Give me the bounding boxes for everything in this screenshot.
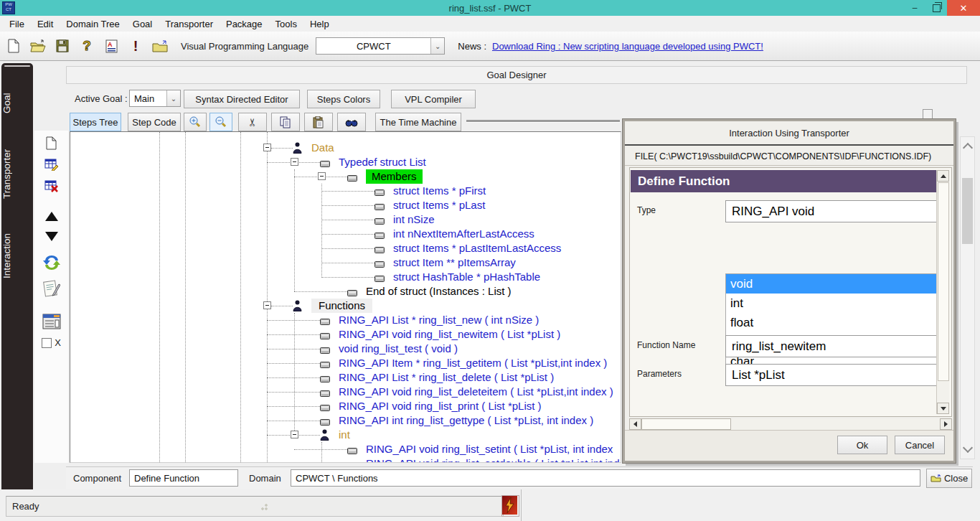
tree-node-label[interactable]: struct Items * pFirst [393, 184, 486, 198]
type-field[interactable] [725, 200, 939, 222]
menu-domain-tree[interactable]: Domain Tree [60, 17, 126, 31]
tree-node-label[interactable]: End of struct (Instances : List ) [366, 284, 512, 299]
tree-row[interactable]: void ring_list_test ( void ) [70, 342, 621, 356]
chevron-down-icon[interactable]: ⌄ [430, 38, 444, 54]
collapse-toggle[interactable] [291, 158, 298, 166]
tree-row[interactable]: struct Item ** pItemsArray [70, 255, 621, 270]
collapse-toggle[interactable] [263, 301, 271, 309]
menu-file[interactable]: File [3, 17, 31, 31]
news-link[interactable]: Download Ring : New scripting language d… [492, 41, 763, 52]
tree-node-label[interactable]: RING_API void ring_list_print ( List *pL… [339, 399, 542, 413]
tree-row[interactable]: Data [70, 141, 621, 155]
sidebar-item-transporter[interactable]: Transporter [1, 141, 33, 207]
quick-run-button[interactable] [501, 495, 519, 517]
tree-row[interactable]: struct Items * pLast [70, 198, 621, 212]
type-option-int[interactable]: int [726, 294, 938, 313]
new-file-button[interactable] [3, 37, 24, 55]
tree-node-label[interactable]: Functions [311, 299, 372, 313]
menu-goal[interactable]: Goal [126, 17, 159, 31]
tree-node-label[interactable]: Typedef struct List [339, 155, 426, 169]
tab-steps-tree[interactable]: Steps Tree [70, 113, 121, 131]
tree-node-label[interactable]: Members [366, 169, 423, 184]
tree-row[interactable]: RING_API Item * ring_list_getitem ( List… [70, 356, 621, 370]
tree-row[interactable]: int nNextItemAfterLastAccess [70, 227, 621, 241]
tree-node-label[interactable]: RING_API void ring_list_deleteitem ( Lis… [339, 385, 613, 399]
steps-tree-panel[interactable]: DataTypedef struct ListMembersstruct Ite… [70, 131, 621, 463]
report-button[interactable]: A [100, 37, 122, 55]
zoom-in-button[interactable] [184, 113, 207, 131]
chevron-down-icon[interactable] [963, 443, 973, 453]
open-file-button[interactable] [27, 37, 49, 55]
hscroll-thumb[interactable] [641, 418, 731, 430]
tree-row[interactable]: End of struct (Instances : List ) [70, 284, 621, 299]
vpl-select[interactable]: CPWCT ⌄ [316, 37, 445, 55]
collapse-toggle[interactable] [291, 431, 298, 438]
tree-node-label[interactable]: Data [311, 141, 334, 155]
time-machine-button[interactable]: The Time Machine [375, 113, 461, 131]
tree-row[interactable]: RING_API void ring_list_print ( List *pL… [70, 399, 621, 413]
collapse-toggle[interactable] [318, 172, 326, 180]
type-listbox[interactable]: voidintfloatdoublechar [725, 273, 939, 373]
tree-node-label[interactable]: RING_API void ring_list_setdouble ( List… [366, 456, 621, 463]
designer-vertical-scrollbar[interactable] [960, 136, 975, 459]
tree-node-label[interactable]: void ring_list_test ( void ) [339, 342, 458, 356]
tree-node-label[interactable]: int [339, 428, 350, 442]
sidebar-item-interaction[interactable]: Interaction [1, 224, 33, 287]
save-button[interactable] [52, 37, 73, 55]
tree-row[interactable]: RING_API void ring_list_deleteitem ( Lis… [70, 385, 621, 399]
tree-row[interactable]: RING_API void ring_list_newitem ( List *… [70, 327, 621, 342]
function-name-field[interactable] [725, 335, 939, 357]
tree-row[interactable]: RING_API void ring_list_setdouble ( List… [70, 456, 621, 463]
tree-row[interactable]: int nSize [70, 212, 621, 227]
minimize-button[interactable]: – [904, 0, 925, 16]
tree-node-label[interactable]: int nSize [393, 212, 435, 227]
close-panel-button[interactable]: Close [926, 469, 972, 488]
tree-node-label[interactable]: RING_API void ring_list_newitem ( List *… [339, 327, 560, 342]
tree-node-label[interactable]: struct Items * pLast [393, 198, 485, 212]
steps-colors-button[interactable]: Steps Colors [307, 90, 380, 108]
delete-step-button[interactable] [34, 179, 68, 192]
tree-slider[interactable] [466, 120, 620, 123]
dialog-horizontal-scrollbar[interactable] [629, 418, 952, 431]
vpl-compiler-button[interactable]: VPL Compiler [391, 90, 476, 108]
scroll-left-button[interactable] [629, 418, 641, 430]
menu-package[interactable]: Package [220, 17, 269, 31]
tree-node-label[interactable]: RING_API void ring_list_setint ( List *p… [366, 442, 613, 456]
tree-row[interactable]: RING_API int ring_list_gettype ( List *p… [70, 413, 621, 428]
tree-row[interactable]: struct Items * pLastItemLastAccess [70, 241, 621, 255]
tree-row[interactable]: Typedef struct List [70, 155, 621, 169]
collapse-toggle[interactable] [263, 144, 271, 151]
move-up-button[interactable] [34, 212, 68, 221]
menu-tools[interactable]: Tools [269, 17, 303, 31]
tree-row[interactable]: RING_API List * ring_list_new ( int nSiz… [70, 313, 621, 327]
exit-folder-button[interactable] [149, 37, 171, 55]
menu-transporter[interactable]: Transporter [159, 17, 220, 31]
cancel-button[interactable]: Cancel [895, 436, 945, 454]
menu-help[interactable]: Help [303, 17, 336, 31]
dialog-vertical-scrollbar[interactable] [936, 170, 949, 414]
move-down-button[interactable] [34, 232, 68, 241]
component-field[interactable] [129, 469, 238, 487]
tree-row[interactable]: RING_API void ring_list_setint ( List *p… [70, 442, 621, 456]
tree-node-label[interactable]: RING_API Item * ring_list_getitem ( List… [339, 356, 607, 370]
close-x-checkbox[interactable]: X [34, 337, 68, 348]
syntax-directed-editor-button[interactable]: Syntax Directed Editor [184, 90, 300, 108]
scroll-down-button[interactable] [937, 403, 949, 414]
restore-button[interactable] [925, 0, 947, 16]
tree-node-label[interactable]: RING_API List * ring_list_delete ( List … [339, 370, 554, 385]
sidebar-item-goal[interactable]: Goal [1, 80, 33, 126]
tree-row[interactable]: struct Items * pFirst [70, 184, 621, 198]
tree-node-label[interactable]: RING_API int ring_list_gettype ( List *p… [339, 413, 593, 428]
chevron-up-icon[interactable] [963, 143, 973, 153]
tree-row[interactable]: RING_API List * ring_list_delete ( List … [70, 370, 621, 385]
edit-step-button[interactable] [34, 158, 68, 171]
scroll-thumb[interactable] [938, 182, 949, 381]
tree-node-label[interactable]: struct HashTable * pHashTable [393, 270, 540, 284]
copy-button[interactable] [271, 113, 300, 131]
tree-node-label[interactable]: struct Items * pLastItemLastAccess [393, 241, 561, 255]
tree-node-label[interactable]: struct Item ** pItemsArray [393, 255, 516, 270]
new-step-button[interactable] [34, 136, 68, 150]
checkbox-icon[interactable] [42, 338, 52, 348]
run-button[interactable]: ! [125, 37, 146, 55]
notes-button[interactable] [34, 280, 68, 297]
